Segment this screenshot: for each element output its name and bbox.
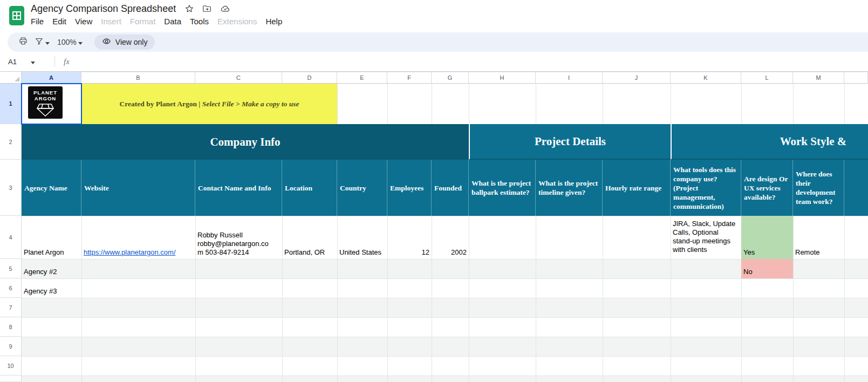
- spreadsheet-grid: A B C D E F G H I J K L M 1 2 3 4 5 6 7 …: [0, 72, 868, 382]
- header-tools[interactable]: What tools does this company use? (Proje…: [671, 160, 741, 216]
- cell-m4-team-work[interactable]: Remote: [793, 216, 844, 259]
- header-employees[interactable]: Employees: [387, 160, 432, 216]
- header-team-work[interactable]: Where does their development team work?: [793, 160, 844, 216]
- row-header-7[interactable]: 7: [0, 298, 22, 317]
- row-header-partial[interactable]: [0, 376, 22, 382]
- view-only-label: View only: [115, 38, 148, 46]
- menu-insert: Insert: [97, 15, 126, 28]
- column-header-i[interactable]: I: [536, 72, 603, 84]
- column-header-m[interactable]: M: [793, 72, 844, 84]
- column-header-c[interactable]: C: [195, 72, 282, 84]
- column-header-k[interactable]: K: [671, 72, 741, 84]
- header-timeline[interactable]: What is the project timeline given?: [536, 160, 603, 216]
- banner-text: Created by Planet Argon | Select File > …: [120, 100, 299, 108]
- filter-views-button[interactable]: [31, 35, 53, 50]
- gridline-h: [22, 317, 868, 318]
- cell-l5-design-ux[interactable]: No: [741, 259, 793, 278]
- chevron-down-icon: [45, 37, 50, 47]
- column-header-e[interactable]: E: [337, 72, 387, 84]
- row-header-9[interactable]: 9: [0, 337, 22, 356]
- cell-a4-agency[interactable]: Planet Argon: [22, 216, 81, 259]
- column-header-b[interactable]: B: [81, 72, 195, 84]
- star-icon[interactable]: [184, 4, 194, 13]
- cell-e4-country[interactable]: United States: [337, 216, 387, 259]
- menu-extensions: Extensions: [213, 15, 261, 28]
- row-header-10[interactable]: 10: [0, 356, 22, 376]
- svg-text:PLANET: PLANET: [33, 90, 57, 96]
- row-header-3[interactable]: 3: [0, 160, 22, 216]
- view-only-chip[interactable]: View only: [94, 35, 155, 50]
- gridline-h: [22, 278, 868, 279]
- gridline-h: [22, 298, 868, 298]
- row-header-6[interactable]: 6: [0, 278, 22, 298]
- column-header-g[interactable]: G: [432, 72, 469, 84]
- menu-data[interactable]: Data: [160, 15, 186, 28]
- cell-a6-agency[interactable]: Agency #3: [22, 278, 81, 298]
- cell-g4-founded[interactable]: 2002: [432, 216, 469, 259]
- header-founded[interactable]: Founded: [432, 160, 469, 216]
- cell-f4-employees[interactable]: 12: [387, 216, 432, 259]
- column-header-j[interactable]: J: [603, 72, 671, 84]
- header-design-ux[interactable]: Are design Or UX services available?: [741, 160, 793, 216]
- select-all-corner[interactable]: [0, 72, 22, 84]
- cell-l4-design-ux[interactable]: Yes: [741, 216, 793, 259]
- print-button[interactable]: [15, 35, 31, 50]
- menu-file[interactable]: File: [26, 15, 48, 28]
- cell-a5-agency[interactable]: Agency #2: [22, 259, 81, 278]
- banner-cell[interactable]: Created by Planet Argon | Select File > …: [81, 84, 337, 124]
- cell-reference: A1: [8, 58, 17, 66]
- row-header-5[interactable]: 5: [0, 259, 22, 278]
- menu-view[interactable]: View: [71, 15, 97, 28]
- top-bar: Agency Comparison Spreadsheet File Edit …: [0, 0, 868, 32]
- header-contact[interactable]: Contact Name and Info: [195, 160, 282, 216]
- column-header-h[interactable]: H: [469, 72, 536, 84]
- column-header-d[interactable]: D: [282, 72, 337, 84]
- row-header-8[interactable]: 8: [0, 317, 22, 337]
- print-icon: [18, 36, 28, 48]
- formula-bar: A1 fx: [0, 52, 868, 72]
- header-agency-name[interactable]: Agency Name: [22, 160, 81, 216]
- column-header-partial[interactable]: [844, 72, 868, 84]
- header-country[interactable]: Country: [337, 160, 387, 216]
- svg-text:ARGON: ARGON: [35, 96, 56, 101]
- header-hourly-rate[interactable]: Hourly rate range: [603, 160, 671, 216]
- fx-icon: fx: [64, 57, 70, 66]
- row-header-1[interactable]: 1: [0, 84, 22, 124]
- menu-bar: File Edit View Insert Format Data Tools …: [26, 15, 286, 28]
- cell-d4-location[interactable]: Portland, OR: [282, 216, 337, 259]
- name-box[interactable]: A1: [0, 58, 54, 66]
- select-all-triangle: [15, 77, 19, 81]
- header-website[interactable]: Website: [81, 160, 195, 216]
- menu-edit[interactable]: Edit: [48, 15, 71, 28]
- row-header-2[interactable]: 2: [0, 124, 22, 160]
- document-title[interactable]: Agency Comparison Spreadsheet: [31, 2, 176, 15]
- row-header-4[interactable]: 4: [0, 216, 22, 259]
- move-to-folder-icon[interactable]: [202, 4, 212, 13]
- section-company-info[interactable]: Company Info: [22, 124, 469, 160]
- sheets-logo-icon[interactable]: [9, 5, 25, 29]
- website-link[interactable]: https://www.planetargon.com/: [84, 248, 176, 257]
- eye-icon: [102, 37, 111, 47]
- menu-format: Format: [126, 15, 160, 28]
- cell-b4-website[interactable]: https://www.planetargon.com/: [81, 216, 195, 259]
- section-work-style[interactable]: Work Style &: [671, 124, 868, 160]
- menu-help[interactable]: Help: [261, 15, 286, 28]
- zoom-selector[interactable]: 100%: [53, 35, 87, 50]
- title-actions: [184, 4, 231, 13]
- column-header-f[interactable]: F: [387, 72, 432, 84]
- cloud-status-icon[interactable]: [220, 4, 231, 13]
- divider: [54, 56, 55, 67]
- section-project-details[interactable]: Project Details: [469, 124, 671, 160]
- gridline-h: [22, 356, 868, 357]
- filter-icon: [35, 37, 44, 48]
- planet-argon-logo[interactable]: PLANET ARGON: [28, 86, 63, 121]
- cell-k4-tools[interactable]: JIRA, Slack, Update Calls, Optional stan…: [671, 216, 741, 259]
- menu-tools[interactable]: Tools: [186, 15, 213, 28]
- header-ballpark[interactable]: What is the project ballpark estimate?: [469, 160, 536, 216]
- header-location[interactable]: Location: [282, 160, 337, 216]
- column-header-l[interactable]: L: [741, 72, 793, 84]
- gridline-h: [22, 376, 868, 376]
- chevron-down-icon: [31, 58, 35, 66]
- cell-c4-contact[interactable]: Robby Russell robby@planetargon.co m 503…: [195, 216, 282, 259]
- column-header-a[interactable]: A: [22, 72, 81, 84]
